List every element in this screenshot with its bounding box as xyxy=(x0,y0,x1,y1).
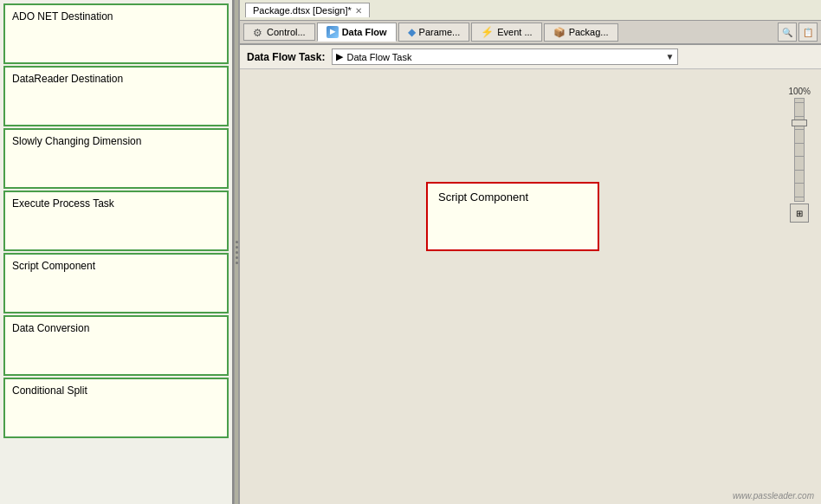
tab-parameters-label: Parame... xyxy=(419,27,461,37)
package-explorer-icon: 📦 xyxy=(553,27,566,38)
toolbar-search-button[interactable]: 🔍 xyxy=(778,23,797,42)
tab-event-handlers[interactable]: ⚡ Event ... xyxy=(471,23,541,42)
designer-panel: Package.dtsx [Design]* ✕ ⚙ Control... ▶ … xyxy=(239,0,821,504)
tab-event-handlers-label: Event ... xyxy=(497,27,532,37)
zoom-percentage-label: 100% xyxy=(788,87,811,96)
control-flow-icon: ⚙ xyxy=(253,27,263,37)
tab-parameters[interactable]: ◆ Parame... xyxy=(398,23,470,42)
toolbox-item-label-execute-process-task: Execute Process Task xyxy=(12,197,114,210)
toolbox-item-conditional-split[interactable]: Conditional Split xyxy=(3,378,229,438)
toolbox-item-data-conversion[interactable]: Data Conversion xyxy=(3,315,229,376)
toolbox-item-label-datareader-destination: DataReader Destination xyxy=(12,73,123,85)
toolbox-item-label-slowly-changing-dimension: Slowly Changing Dimension xyxy=(12,135,141,147)
toolbox-item-execute-process-task[interactable]: Execute Process Task xyxy=(3,191,229,251)
toolbox-item-label-data-conversion: Data Conversion xyxy=(12,322,89,334)
dataflow-select-value: Data Flow Task xyxy=(346,52,411,62)
toolbox-item-script-component[interactable]: Script Component xyxy=(3,253,229,313)
zoom-panel: 100% ⊞ xyxy=(788,87,811,223)
dataflow-task-label: Data Flow Task: xyxy=(247,51,325,63)
parameters-icon: ◆ xyxy=(408,26,416,38)
toolbox-item-ado-net-destination[interactable]: ADO NET Destination xyxy=(3,3,229,64)
dataflow-task-select[interactable]: ▶ Data Flow Task ▼ xyxy=(332,48,678,65)
toolbar-right-buttons: 🔍 📋 xyxy=(778,23,818,42)
title-bar: Package.dtsx [Design]* ✕ xyxy=(240,0,821,21)
zoom-fit-button[interactable]: ⊞ xyxy=(790,204,809,223)
toolbox-panel: ADO NET DestinationDataReader Destinatio… xyxy=(0,0,234,504)
event-handlers-icon: ⚡ xyxy=(481,26,494,38)
toolbox-item-label-ado-net-destination: ADO NET Destination xyxy=(12,10,113,23)
script-component-canvas-label: Script Component xyxy=(438,191,528,204)
design-canvas[interactable]: Script Component 100% ⊞ www. xyxy=(240,69,821,504)
toolbar-tabs: ⚙ Control... ▶ Data Flow ◆ Parame... ⚡ E… xyxy=(240,21,821,45)
watermark: www.passleader.com xyxy=(733,491,814,501)
tab-data-flow-label: Data Flow xyxy=(342,27,387,37)
zoom-slider-thumb[interactable] xyxy=(792,120,807,126)
toolbox-item-label-script-component: Script Component xyxy=(12,260,95,272)
dataflow-task-row: Data Flow Task: ▶ Data Flow Task ▼ xyxy=(240,45,821,69)
dataflow-select-arrow-icon: ▼ xyxy=(666,52,675,61)
toolbox-item-slowly-changing-dimension[interactable]: Slowly Changing Dimension xyxy=(3,128,229,189)
data-flow-icon: ▶ xyxy=(326,26,339,38)
toolbar-copy-button[interactable]: 📋 xyxy=(798,23,818,42)
package-tab-label: Package.dtsx [Design]* xyxy=(253,5,352,16)
zoom-slider-track xyxy=(794,98,805,202)
script-component-canvas-item[interactable]: Script Component xyxy=(426,182,599,251)
toolbox-item-label-conditional-split: Conditional Split xyxy=(12,384,87,397)
toolbox-item-datareader-destination[interactable]: DataReader Destination xyxy=(3,66,229,126)
splitter-handle xyxy=(236,241,238,264)
dataflow-select-icon: ▶ xyxy=(336,51,343,62)
tab-package-explorer[interactable]: 📦 Packag... xyxy=(544,23,618,42)
tab-control-flow-label: Control... xyxy=(267,27,306,37)
tab-data-flow[interactable]: ▶ Data Flow xyxy=(317,23,397,42)
tab-package-explorer-label: Packag... xyxy=(569,27,609,37)
package-tab[interactable]: Package.dtsx [Design]* ✕ xyxy=(245,3,370,17)
close-tab-button[interactable]: ✕ xyxy=(355,6,362,16)
tab-control-flow[interactable]: ⚙ Control... xyxy=(243,23,315,41)
